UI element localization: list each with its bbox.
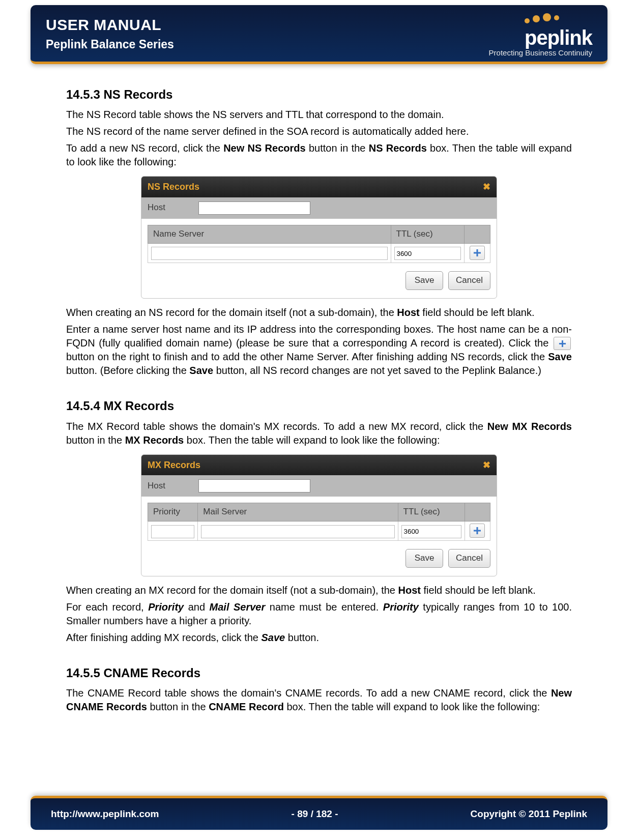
plus-icon	[473, 527, 481, 535]
add-ns-button[interactable]	[470, 246, 485, 260]
ns-col-name: Name Server	[148, 225, 391, 243]
mx-p1: The MX Record table shows the domain's M…	[66, 420, 572, 447]
mx-col-mail: Mail Server	[198, 503, 398, 521]
add-mx-button[interactable]	[470, 524, 485, 538]
ns-host-input[interactable]	[198, 201, 310, 215]
mx-priority-input[interactable]	[151, 525, 194, 538]
document-body: 14.5.3 NS Records The NS Record table sh…	[31, 64, 607, 727]
close-icon[interactable]: ✖	[483, 459, 490, 471]
footer-url: http://www.peplink.com	[51, 808, 159, 820]
section-cname-heading: 14.5.5 CNAME Records	[66, 665, 572, 681]
save-button[interactable]: Save	[405, 271, 443, 290]
mx-col-ttl: TTL (sec)	[398, 503, 465, 521]
mx-ttl-input[interactable]	[401, 525, 461, 538]
section-mx-heading: 14.5.4 MX Records	[66, 398, 572, 414]
cancel-button[interactable]: Cancel	[448, 271, 490, 290]
svg-rect-5	[474, 530, 481, 531]
mx-p4: After finishing adding MX records, click…	[66, 631, 572, 645]
table-row	[148, 243, 490, 263]
mx-p2: When creating an MX record for the domai…	[66, 584, 572, 597]
page-footer: http://www.peplink.com - 89 / 182 - Copy…	[31, 796, 607, 830]
section-ns-heading: 14.5.3 NS Records	[66, 86, 572, 103]
ns-p4: When creating an NS record for the domai…	[66, 306, 572, 320]
close-icon[interactable]: ✖	[483, 181, 490, 193]
ns-records-table: Name Server TTL (sec)	[148, 225, 490, 263]
ns-p2: The NS record of the name server defined…	[66, 125, 572, 138]
page-header: USER MANUAL Peplink Balance Series pepli…	[31, 5, 607, 64]
plus-icon	[473, 249, 481, 257]
footer-page: - 89 / 182 -	[292, 808, 338, 820]
ns-col-ttl: TTL (sec)	[391, 225, 464, 243]
mx-p3: For each record, Priority and Mail Serve…	[66, 600, 572, 628]
ns-p1: The NS Record table shows the NS servers…	[66, 108, 572, 122]
brand-name: peplink	[489, 26, 592, 49]
svg-rect-1	[474, 252, 481, 253]
ns-p5: Enter a name server host name and its IP…	[66, 323, 572, 378]
table-row	[148, 521, 490, 540]
mx-host-label: Host	[148, 480, 188, 492]
cancel-button[interactable]: Cancel	[448, 549, 490, 568]
ns-p3: To add a new NS record, click the New NS…	[66, 141, 572, 169]
mx-panel-title: MX Records	[148, 459, 200, 471]
save-button[interactable]: Save	[405, 549, 443, 568]
brand-tagline: Protecting Business Continuity	[489, 48, 592, 57]
cname-p1: The CNAME Record table shows the domain'…	[66, 686, 572, 714]
ns-ttl-input[interactable]	[394, 247, 461, 260]
footer-copyright: Copyright © 2011 Peplink	[471, 808, 587, 820]
mx-records-panel: MX Records ✖ Host Priority Mail Server T…	[141, 454, 497, 576]
svg-rect-3	[559, 343, 565, 344]
mx-host-input[interactable]	[198, 479, 310, 493]
mx-col-priority: Priority	[148, 503, 198, 521]
ns-host-label: Host	[148, 202, 188, 214]
mx-records-table: Priority Mail Server TTL (sec)	[148, 503, 490, 541]
ns-name-input[interactable]	[151, 247, 388, 260]
ns-records-panel: NS Records ✖ Host Name Server TTL (sec)	[141, 176, 497, 298]
brand-logo: peplink Protecting Business Continuity	[489, 14, 592, 57]
plus-icon-inline	[554, 337, 571, 350]
logo-dots-icon	[489, 14, 592, 25]
ns-panel-title: NS Records	[148, 181, 199, 193]
mx-mailserver-input[interactable]	[201, 525, 394, 538]
